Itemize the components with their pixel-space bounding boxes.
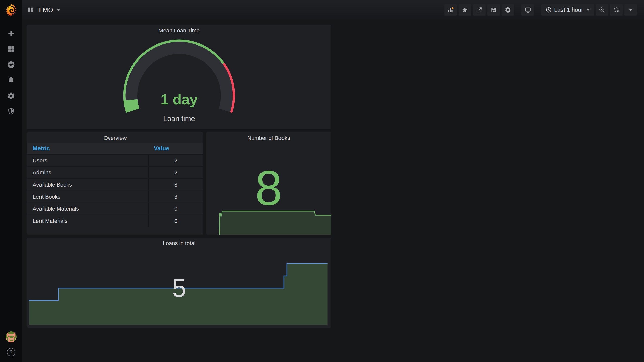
overview-table: Metric Value Users2Admins2Available Book…	[27, 143, 203, 227]
help-question-icon[interactable]: ?	[7, 348, 15, 356]
panel-title-loans-in-total[interactable]: Loans in total	[27, 240, 331, 247]
chevron-down-icon	[57, 9, 60, 11]
add-panel-icon	[447, 7, 454, 13]
grafana-logo-icon[interactable]	[4, 3, 18, 17]
explore-compass-icon[interactable]	[5, 60, 17, 69]
metric-cell: Users	[27, 155, 148, 167]
top-navbar: ILMO	[22, 0, 644, 20]
server-admin-shield-icon[interactable]	[5, 107, 17, 116]
sidebar: ?	[0, 0, 22, 362]
sidebar-menu	[5, 29, 17, 116]
metric-cell: Admins	[27, 167, 148, 179]
configuration-gear-icon[interactable]	[5, 92, 17, 100]
panel-loans-in-total: Loans in total 5	[27, 238, 331, 328]
create-plus-icon[interactable]	[5, 29, 17, 38]
refresh-interval-dropdown[interactable]	[624, 4, 637, 16]
metric-cell: Available Books	[27, 179, 148, 191]
table-row: Available Materials0	[27, 203, 203, 215]
table-row: Users2	[27, 155, 203, 167]
gauge-value: 1 day	[27, 90, 331, 109]
dashboards-icon[interactable]	[5, 45, 17, 53]
value-cell: 3	[148, 191, 203, 203]
star-icon	[462, 7, 468, 13]
loans-stat-value: 5	[27, 276, 331, 301]
time-range-label: Last 1 hour	[554, 7, 583, 13]
table-header-row: Metric Value	[27, 143, 203, 155]
clock-icon	[545, 7, 552, 13]
value-cell: 2	[148, 167, 203, 179]
dashboard-title-picker[interactable]: ILMO	[27, 6, 60, 14]
dashboard-grid-icon	[27, 7, 34, 13]
gear-icon	[505, 7, 511, 13]
panel-mean-loan-time: Mean Loan Time 1 day Loan time	[27, 25, 331, 129]
table-row: Lent Materials0	[27, 215, 203, 227]
star-dashboard-button[interactable]	[459, 4, 471, 16]
share-icon	[476, 7, 482, 13]
value-cell: 0	[148, 203, 203, 215]
save-floppy-icon	[490, 7, 497, 13]
value-cell: 2	[148, 155, 203, 167]
refresh-button[interactable]	[610, 4, 623, 16]
sidebar-bottom: ?	[0, 331, 22, 356]
tv-mode-button[interactable]	[521, 4, 534, 16]
grafana-dashboard: ? ILMO	[0, 0, 644, 362]
panel-number-of-books: Number of Books 8	[206, 132, 331, 235]
column-header-metric[interactable]: Metric	[27, 143, 148, 155]
chevron-down-icon	[586, 9, 590, 11]
share-dashboard-button[interactable]	[473, 4, 486, 16]
panel-title-number-of-books[interactable]: Number of Books	[206, 135, 331, 141]
panel-overview: Overview Metric Value Users2Admins2Avail…	[27, 132, 203, 235]
dashboard-settings-button[interactable]	[502, 4, 514, 16]
zoom-out-icon	[599, 7, 605, 13]
add-panel-button[interactable]	[444, 4, 457, 16]
table-row: Available Books8	[27, 179, 203, 191]
refresh-icon	[613, 7, 620, 13]
gauge-series-label: Loan time	[27, 114, 331, 124]
table-row: Lent Books3	[27, 191, 203, 203]
metric-cell: Available Materials	[27, 203, 148, 215]
panel-title-overview[interactable]: Overview	[27, 135, 203, 141]
column-header-value[interactable]: Value	[148, 143, 203, 155]
books-stat-value: 8	[206, 159, 331, 217]
metric-cell: Lent Materials	[27, 215, 148, 227]
metric-cell: Lent Books	[27, 191, 148, 203]
value-cell: 8	[148, 179, 203, 191]
chevron-down-icon	[629, 9, 632, 11]
table-row: Admins2	[27, 167, 203, 179]
monitor-icon	[525, 7, 531, 13]
time-range-picker[interactable]: Last 1 hour	[541, 4, 594, 16]
user-avatar[interactable]	[6, 331, 17, 342]
value-cell: 0	[148, 215, 203, 227]
zoom-out-time-button[interactable]	[596, 4, 608, 16]
navbar-actions: Last 1 hour	[444, 4, 637, 16]
alerting-bell-icon[interactable]	[5, 76, 17, 84]
panel-title-mean-loan-time[interactable]: Mean Loan Time	[27, 27, 331, 34]
dashboard-title: ILMO	[37, 6, 53, 14]
save-dashboard-button[interactable]	[487, 4, 500, 16]
